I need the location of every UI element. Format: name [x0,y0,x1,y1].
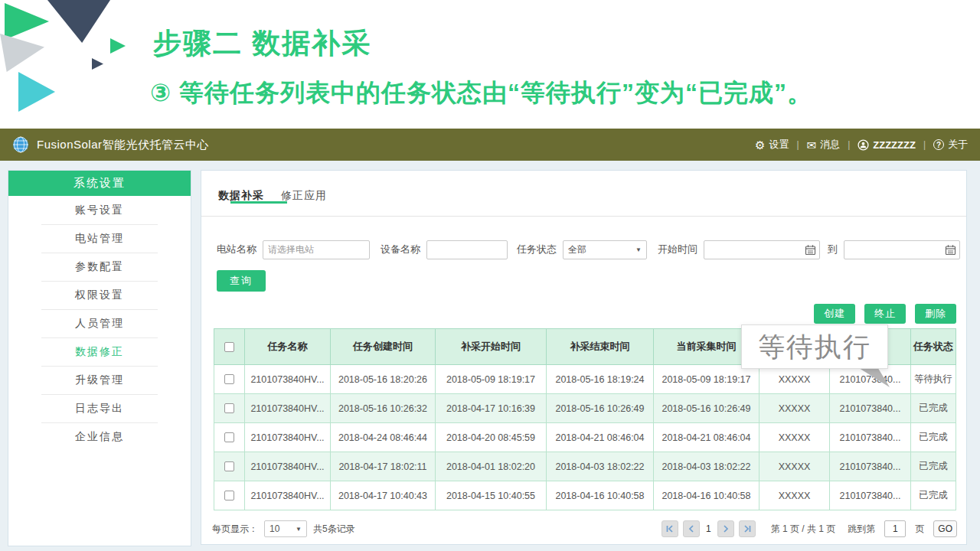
page-size-select[interactable]: 10 ▼ [264,520,307,537]
user-menu-item[interactable]: ZZZZZZZ [858,139,916,151]
cell-task-name: 2101073840HV... [245,365,331,394]
cell-status: 已完成 [911,481,956,510]
cell-device: 2101073840... [830,481,911,510]
table-row: 2101073840HV... 2018-04-17 18:02:11 2018… [214,452,956,481]
sidebar-item-parameter-config[interactable]: 参数配置 [8,253,191,281]
cell-end-time: 2018-05-16 10:26:49 [547,394,654,423]
cell-station: XXXXX [760,452,830,481]
tab-data-recollection[interactable]: 数据补采 [218,189,264,203]
create-button[interactable]: 创建 [814,304,855,324]
sidebar-item-upgrade-management[interactable]: 升级管理 [8,366,191,394]
settings-menu-item[interactable]: ⚙ 设置 [755,138,789,152]
sidebar-item-plant-management[interactable]: 电站管理 [8,224,191,253]
cell-start-time: 2018-04-20 08:45:59 [436,423,547,452]
cell-end-time: 2018-05-16 18:19:24 [547,365,654,394]
slide-subtitle: ③ 等待任务列表中的任务状态由“等待执行”变为“已完成”。 [150,77,812,110]
tab-correction-apply[interactable]: 修正应用 [281,189,327,203]
last-page-icon [743,524,752,533]
cell-task-name: 2101073840HV... [245,481,331,510]
cell-status: 已完成 [911,394,956,423]
sidebar-item-permission-settings[interactable]: 权限设置 [8,281,191,309]
gear-icon: ⚙ [755,139,765,151]
cell-current-time: 2018-05-09 18:19:17 [654,365,760,394]
about-label: 关于 [948,138,968,152]
delete-button[interactable]: 删除 [915,304,956,324]
deco-triangle-green [5,3,49,40]
select-all-checkbox[interactable] [224,342,234,352]
col-recollect-end-time: 补采结束时间 [547,329,654,365]
jump-page-input[interactable] [884,520,906,537]
deco-arrow-green-icon [110,38,126,54]
topbar-divider: | [848,139,850,150]
terminate-button[interactable]: 终止 [864,304,906,324]
cell-start-time: 2018-04-01 18:02:20 [436,452,547,481]
calendar-icon[interactable] [805,244,816,256]
cell-current-time: 2018-04-21 08:46:04 [654,423,760,452]
table-row: 2101073840HV... 2018-05-16 18:20:26 2018… [214,365,956,394]
end-time-input[interactable] [844,240,960,259]
cell-status: 已完成 [911,423,956,452]
cell-current-time: 2018-05-16 10:26:49 [654,394,760,423]
current-page: 1 [706,523,711,534]
screenshot-root: 步骤二 数据补采 ③ 等待任务列表中的任务状态由“等待执行”变为“已完成”。 F… [0,0,980,551]
cell-current-time: 2018-04-03 18:02:22 [654,452,760,481]
filter-row: 电站名称 设备名称 任务状态 全部 ▼ 开始时间 [217,240,960,259]
total-records: 共5条记录 [313,523,355,536]
device-name-label: 设备名称 [381,243,420,256]
cell-created-time: 2018-04-24 08:46:44 [331,423,436,452]
cell-created-time: 2018-05-16 10:26:32 [331,394,436,423]
cell-start-time: 2018-04-15 10:40:55 [436,481,547,510]
cell-current-time: 2018-04-16 10:40:58 [654,481,760,510]
chevron-down-icon: ▼ [296,526,302,533]
station-name-input[interactable] [263,240,370,259]
row-checkbox[interactable] [224,403,234,413]
last-page-button[interactable] [739,520,756,537]
task-status-label: 任务状态 [517,243,557,256]
first-page-icon [665,524,675,533]
next-page-button[interactable] [717,520,734,537]
cell-task-name: 2101073840HV... [245,423,331,452]
help-icon: ? [933,139,944,150]
about-menu-item[interactable]: ? 关于 [933,138,968,152]
cell-device: 2101073840... [830,452,911,481]
globe-logo-icon [12,136,29,153]
topbar-divider: | [923,139,926,150]
chevron-left-icon [687,524,696,533]
slide-title: 步骤二 数据补采 [153,24,371,63]
first-page-button[interactable] [662,520,678,537]
row-checkbox[interactable] [224,374,234,384]
query-button[interactable]: 查询 [217,270,266,292]
topbar-menu: ⚙ 设置 | ✉ 消息 | ZZZZZZZ | ? 关于 [755,138,968,152]
start-time-field [704,240,820,259]
tab-bar: 数据补采 修正应用 [201,171,966,217]
device-name-input[interactable] [426,240,508,259]
messages-menu-item[interactable]: ✉ 消息 [807,138,841,152]
sidebar-item-personnel-management[interactable]: 人员管理 [8,309,191,337]
task-status-select[interactable]: 全部 ▼ [563,240,647,259]
sidebar-item-enterprise-info[interactable]: 企业信息 [8,422,191,451]
row-checkbox[interactable] [224,461,234,471]
to-label: 到 [828,243,838,256]
sidebar-item-data-correction[interactable]: 数据修正 [8,337,191,366]
deco-triangle-dark [47,0,110,43]
prev-page-button[interactable] [683,520,700,537]
active-tab-underline [230,201,287,204]
row-checkbox[interactable] [224,491,234,500]
start-time-input[interactable] [704,240,820,259]
deco-triangle-gray [0,34,44,72]
row-checkbox[interactable] [224,432,234,442]
messages-label: 消息 [820,138,840,152]
cell-start-time: 2018-05-09 18:19:17 [436,365,547,394]
table-row: 2101073840HV... 2018-05-16 10:26:32 2018… [214,394,956,423]
sidebar-header: 系统设置 [8,171,191,196]
table-row: 2101073840HV... 2018-04-24 08:46:44 2018… [214,423,956,452]
calendar-icon[interactable] [945,244,956,256]
cell-created-time: 2018-05-16 18:20:26 [331,365,436,394]
cell-end-time: 2018-04-03 18:02:22 [547,452,654,481]
chevron-down-icon: ▼ [635,246,642,253]
sidebar-item-account-settings[interactable]: 账号设置 [8,196,191,224]
slide-header: 步骤二 数据补采 ③ 等待任务列表中的任务状态由“等待执行”变为“已完成”。 [0,0,980,129]
go-button[interactable]: GO [933,520,957,537]
sidebar-item-log-export[interactable]: 日志导出 [8,394,191,422]
table-row: 2101073840HV... 2018-04-17 10:40:43 2018… [214,481,956,510]
